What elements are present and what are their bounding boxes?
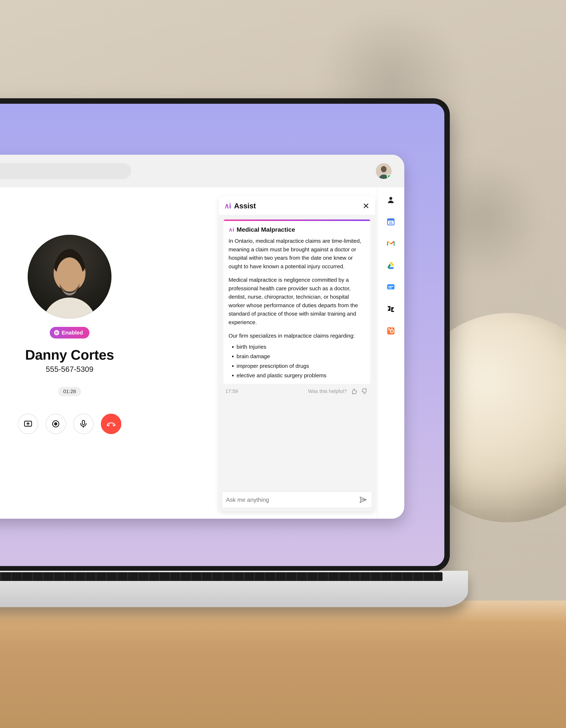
mute-button[interactable] — [73, 414, 94, 434]
zendesk-icon[interactable] — [386, 304, 396, 314]
call-timer: 01:28 — [58, 387, 81, 396]
assist-logo-icon: ∧i — [224, 202, 231, 210]
messages-icon[interactable] — [386, 282, 396, 292]
svg-point-7 — [389, 197, 392, 200]
svg-point-5 — [55, 423, 57, 425]
hubspot-icon[interactable] — [386, 326, 396, 336]
assist-answer-card: ∧i Medical Malpractice In Ontario, medic… — [223, 219, 371, 384]
list-item: brain damage — [236, 352, 365, 361]
contact-icon[interactable] — [386, 195, 396, 205]
list-item: elective and plastic surgery problems — [236, 371, 365, 380]
presence-online-icon — [387, 174, 392, 179]
assist-panel: ∧i Assist — [217, 193, 377, 511]
keyboard-row — [0, 572, 443, 581]
calendar-icon[interactable]: 31 — [386, 217, 396, 226]
call-panel: Ai Enabled Danny Cortes 555-567-5309 01:… — [0, 187, 134, 519]
topic-accent-bar — [223, 219, 371, 221]
ai-mark-icon: Ai — [54, 330, 59, 335]
assist-paragraph: Our firm specializes in malpractice clai… — [228, 332, 365, 340]
assist-text-field[interactable] — [226, 496, 356, 503]
assist-paragraph: Medical malpractice is negligence commit… — [228, 276, 365, 327]
assist-paragraph: In Ontario, medical malpractice claims a… — [228, 237, 365, 271]
gmail-icon[interactable] — [386, 239, 396, 248]
google-drive-icon[interactable] — [386, 261, 396, 270]
assist-feedback-prompt: Was this helpful? — [308, 388, 347, 394]
svg-text:31: 31 — [389, 221, 393, 225]
contact-avatar — [28, 235, 111, 319]
ai-enabled-pill[interactable]: Ai Enabled — [50, 327, 90, 339]
assist-topic-title: Medical Malpractice — [236, 226, 295, 233]
svg-rect-9 — [388, 219, 394, 221]
assist-close-button[interactable] — [363, 202, 370, 209]
contact-phone: 555-567-5309 — [46, 365, 93, 374]
assist-panel-title: Assist — [234, 202, 256, 210]
call-controls — [18, 414, 121, 434]
laptop: Ai Enabled Danny Cortes 555-567-5309 01:… — [0, 98, 450, 622]
app-topbar — [0, 155, 404, 187]
assist-bullet-list: birth Injuries brain damage improper pre… — [228, 343, 365, 380]
assist-input[interactable] — [221, 491, 372, 508]
ai-pill-label: Enabled — [62, 330, 83, 336]
record-button[interactable] — [46, 414, 66, 434]
laptop-screen: Ai Enabled Danny Cortes 555-567-5309 01:… — [0, 98, 450, 571]
assist-send-button[interactable] — [359, 495, 368, 505]
svg-point-15 — [391, 328, 393, 329]
laptop-keyboard-deck — [0, 571, 468, 607]
svg-rect-6 — [82, 420, 85, 425]
assist-meta-row: 17:59 Was this helpful? — [223, 386, 371, 398]
share-screen-button[interactable] — [18, 414, 38, 434]
integrations-rail: 31 — [377, 187, 404, 519]
list-item: improper prescription of drugs — [236, 362, 365, 370]
contact-name: Danny Cortes — [25, 347, 114, 363]
assist-timestamp: 17:59 — [225, 388, 238, 394]
search-input[interactable] — [0, 163, 131, 179]
end-call-button[interactable] — [101, 414, 121, 434]
app-window: Ai Enabled Danny Cortes 555-567-5309 01:… — [0, 155, 404, 519]
current-user-avatar[interactable] — [376, 163, 392, 179]
list-item: birth Injuries — [236, 343, 365, 351]
assist-mark-icon: ∧i — [228, 226, 234, 233]
thumbs-up-button[interactable] — [350, 387, 358, 395]
thumbs-down-button[interactable] — [361, 387, 369, 395]
